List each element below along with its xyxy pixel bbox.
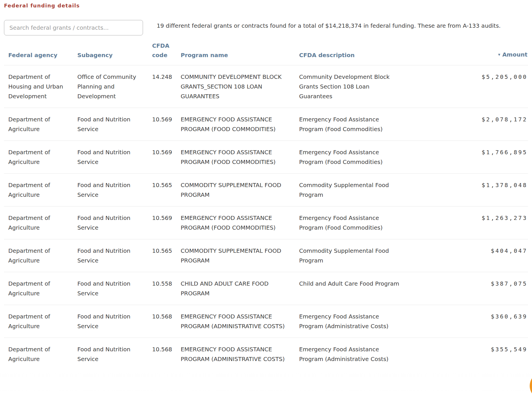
cell-subagency: Food and Nutrition Service — [77, 206, 152, 239]
cell-program-name: CHILD AND ADULT CARE FOOD PROGRAM — [181, 272, 299, 305]
cell-cfda-description: Commodity Supplemental Food Program — [299, 239, 409, 272]
table-row: Department of Agriculture Food and Nutri… — [4, 305, 528, 338]
cell-subagency: Food and Nutrition Service — [77, 108, 152, 141]
cell-cfda-code: 10.565 — [152, 239, 181, 272]
cell-cfda-code: 10.568 — [152, 305, 181, 338]
cell-subagency: Food and Nutrition Service — [77, 174, 152, 206]
cell-cfda-code: 14.248 — [152, 65, 181, 108]
col-header-federal-agency[interactable]: Federal agency — [4, 41, 77, 65]
cell-cfda-description: Child and Adult Care Food Program — [299, 272, 409, 305]
cell-federal-agency: Department of Agriculture — [4, 239, 77, 272]
results-summary: 19 different federal grants or contracts… — [157, 21, 528, 31]
cell-federal-agency: Department of Agriculture — [4, 338, 77, 371]
cell-cfda-description: Emergency Food Assistance Program (Admin… — [299, 305, 409, 338]
table-row: Department of Housing and Urban Developm… — [4, 65, 528, 108]
cell-subagency: Food and Nutrition Service — [77, 272, 152, 305]
table-row: Department of Agriculture Food and Nutri… — [4, 141, 528, 174]
cell-amount: $387,075 — [409, 272, 528, 305]
cell-cfda-code: 10.565 — [152, 174, 181, 206]
cell-subagency: Food and Nutrition Service — [77, 141, 152, 174]
page-title: Federal funding details — [4, 3, 528, 9]
cell-federal-agency: Department of Housing and Urban Developm… — [4, 65, 77, 108]
cell-amount: $1,766,895 — [409, 141, 528, 174]
cell-cfda-description: Emergency Food Assistance Program (Food … — [299, 108, 409, 141]
col-header-cfda-code[interactable]: CFDA code — [152, 41, 181, 65]
cell-federal-agency: Department of Agriculture — [4, 174, 77, 206]
cell-amount: $5,205,000 — [409, 65, 528, 108]
controls-row: 19 different federal grants or contracts… — [4, 20, 528, 35]
cell-subagency: Food and Nutrition Service — [77, 305, 152, 338]
col-header-amount[interactable]: ▾Amount — [409, 41, 528, 65]
col-header-subagency[interactable]: Subagency — [77, 41, 152, 65]
sort-desc-icon: ▾ — [498, 52, 500, 57]
cell-amount: $404,047 — [409, 239, 528, 272]
cell-cfda-code: 10.569 — [152, 206, 181, 239]
col-header-amount-label: Amount — [502, 51, 527, 58]
cell-federal-agency: Department of Agriculture — [4, 206, 77, 239]
table-row: Department of Agriculture Food and Nutri… — [4, 174, 528, 206]
table-row: Department of Agriculture Food and Nutri… — [4, 338, 528, 371]
cell-program-name: EMERGENCY FOOD ASSISTANCE PROGRAM (ADMIN… — [181, 305, 299, 338]
cell-cfda-description: Community Development Block Grants Secti… — [299, 65, 409, 108]
cell-amount: $2,078,172 — [409, 108, 528, 141]
cell-amount: $1,263,273 — [409, 206, 528, 239]
cell-cfda-description: Emergency Food Assistance Program (Food … — [299, 141, 409, 174]
cell-amount: $355,549 — [409, 338, 528, 371]
cell-cfda-code: 10.569 — [152, 141, 181, 174]
cell-program-name: EMERGENCY FOOD ASSISTANCE PROGRAM (FOOD … — [181, 141, 299, 174]
cell-cfda-description: Emergency Food Assistance Program (Food … — [299, 206, 409, 239]
floating-action-button[interactable] — [530, 372, 532, 397]
funding-table: Federal agency Subagency CFDA code Progr… — [4, 41, 528, 370]
cell-amount: $360,639 — [409, 305, 528, 338]
col-header-cfda-description[interactable]: CFDA description — [299, 41, 409, 65]
cell-subagency: Food and Nutrition Service — [77, 338, 152, 371]
table-row: Department of Agriculture Food and Nutri… — [4, 206, 528, 239]
col-header-program-name[interactable]: Program name — [181, 41, 299, 65]
cell-amount: $1,378,048 — [409, 174, 528, 206]
table-row: Department of Agriculture Food and Nutri… — [4, 239, 528, 272]
cell-program-name: COMMODITY SUPPLEMENTAL FOOD PROGRAM — [181, 239, 299, 272]
cell-subagency: Office of Community Planning and Develop… — [77, 65, 152, 108]
cell-program-name: COMMUNITY DEVELOPMENT BLOCK GRANTS_SECTI… — [181, 65, 299, 108]
cell-cfda-code: 10.569 — [152, 108, 181, 141]
cell-federal-agency: Department of Agriculture — [4, 305, 77, 338]
cell-cfda-description: Emergency Food Assistance Program (Admin… — [299, 338, 409, 371]
cell-cfda-description: Commodity Supplemental Food Program — [299, 174, 409, 206]
cell-federal-agency: Department of Agriculture — [4, 108, 77, 141]
table-row: Department of Agriculture Food and Nutri… — [4, 272, 528, 305]
table-row: Department of Agriculture Food and Nutri… — [4, 108, 528, 141]
cell-federal-agency: Department of Agriculture — [4, 272, 77, 305]
cell-program-name: EMERGENCY FOOD ASSISTANCE PROGRAM (FOOD … — [181, 108, 299, 141]
cell-subagency: Food and Nutrition Service — [77, 239, 152, 272]
cell-cfda-code: 10.568 — [152, 338, 181, 371]
table-header-row: Federal agency Subagency CFDA code Progr… — [4, 41, 528, 65]
cell-program-name: EMERGENCY FOOD ASSISTANCE PROGRAM (FOOD … — [181, 206, 299, 239]
search-input[interactable] — [4, 20, 143, 35]
cell-federal-agency: Department of Agriculture — [4, 141, 77, 174]
cell-cfda-code: 10.558 — [152, 272, 181, 305]
cell-program-name: EMERGENCY FOOD ASSISTANCE PROGRAM (ADMIN… — [181, 338, 299, 371]
cell-program-name: COMMODITY SUPPLEMENTAL FOOD PROGRAM — [181, 174, 299, 206]
